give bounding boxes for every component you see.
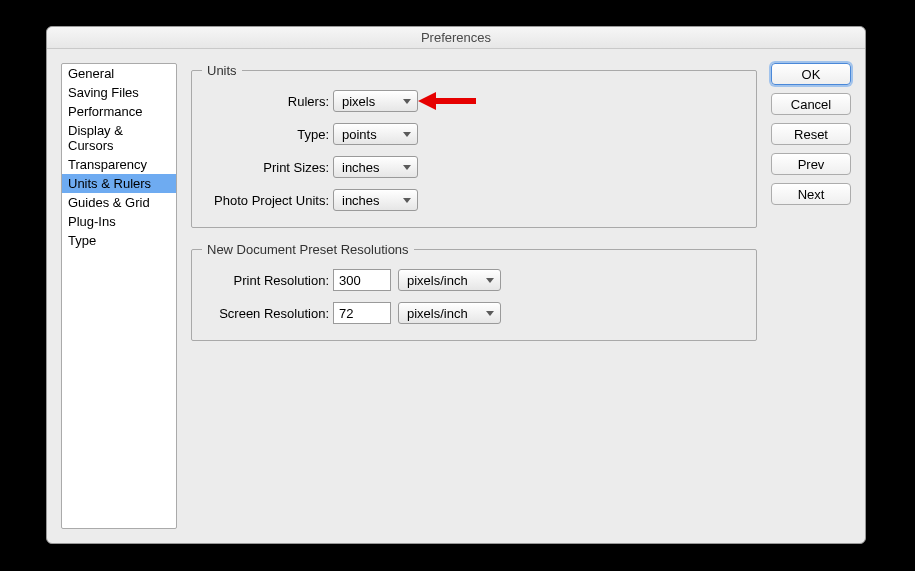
- cancel-button[interactable]: Cancel: [771, 93, 851, 115]
- sidebar-item-general[interactable]: General: [62, 64, 176, 83]
- photo-project-value: inches: [342, 193, 380, 208]
- units-group: Units Rulers: pixels Type: points: [191, 63, 757, 228]
- screen-resolution-label: Screen Resolution:: [202, 306, 333, 321]
- photo-project-label: Photo Project Units:: [202, 193, 333, 208]
- prev-button[interactable]: Prev: [771, 153, 851, 175]
- rulers-select[interactable]: pixels: [333, 90, 418, 112]
- sidebar-item-guides-grid[interactable]: Guides & Grid: [62, 193, 176, 212]
- preferences-window: Preferences General Saving Files Perform…: [46, 26, 866, 544]
- type-label: Type:: [202, 127, 333, 142]
- dropdown-icon: [403, 99, 411, 104]
- screen-resolution-input[interactable]: [333, 302, 391, 324]
- print-sizes-select[interactable]: inches: [333, 156, 418, 178]
- button-column: OK Cancel Reset Prev Next: [771, 63, 851, 529]
- sidebar-item-display-cursors[interactable]: Display & Cursors: [62, 121, 176, 155]
- print-sizes-value: inches: [342, 160, 380, 175]
- type-value: points: [342, 127, 377, 142]
- print-resolution-input[interactable]: [333, 269, 391, 291]
- main-panel: Units Rulers: pixels Type: points: [191, 63, 757, 529]
- print-resolution-unit-value: pixels/inch: [407, 273, 468, 288]
- screen-resolution-unit-select[interactable]: pixels/inch: [398, 302, 501, 324]
- ok-button[interactable]: OK: [771, 63, 851, 85]
- next-button[interactable]: Next: [771, 183, 851, 205]
- resolutions-group: New Document Preset Resolutions Print Re…: [191, 242, 757, 341]
- sidebar-item-performance[interactable]: Performance: [62, 102, 176, 121]
- sidebar-item-plug-ins[interactable]: Plug-Ins: [62, 212, 176, 231]
- window-title: Preferences: [47, 27, 865, 49]
- reset-button[interactable]: Reset: [771, 123, 851, 145]
- category-sidebar: General Saving Files Performance Display…: [61, 63, 177, 529]
- dropdown-icon: [403, 198, 411, 203]
- sidebar-item-type[interactable]: Type: [62, 231, 176, 250]
- screen-resolution-unit-value: pixels/inch: [407, 306, 468, 321]
- resolutions-legend: New Document Preset Resolutions: [202, 242, 414, 257]
- dropdown-icon: [403, 165, 411, 170]
- dropdown-icon: [403, 132, 411, 137]
- content-area: General Saving Files Performance Display…: [47, 49, 865, 543]
- print-resolution-unit-select[interactable]: pixels/inch: [398, 269, 501, 291]
- dropdown-icon: [486, 278, 494, 283]
- units-legend: Units: [202, 63, 242, 78]
- type-select[interactable]: points: [333, 123, 418, 145]
- sidebar-item-transparency[interactable]: Transparency: [62, 155, 176, 174]
- rulers-value: pixels: [342, 94, 375, 109]
- sidebar-item-units-rulers[interactable]: Units & Rulers: [62, 174, 176, 193]
- rulers-label: Rulers:: [202, 94, 333, 109]
- photo-project-select[interactable]: inches: [333, 189, 418, 211]
- print-resolution-label: Print Resolution:: [202, 273, 333, 288]
- dropdown-icon: [486, 311, 494, 316]
- print-sizes-label: Print Sizes:: [202, 160, 333, 175]
- sidebar-item-saving-files[interactable]: Saving Files: [62, 83, 176, 102]
